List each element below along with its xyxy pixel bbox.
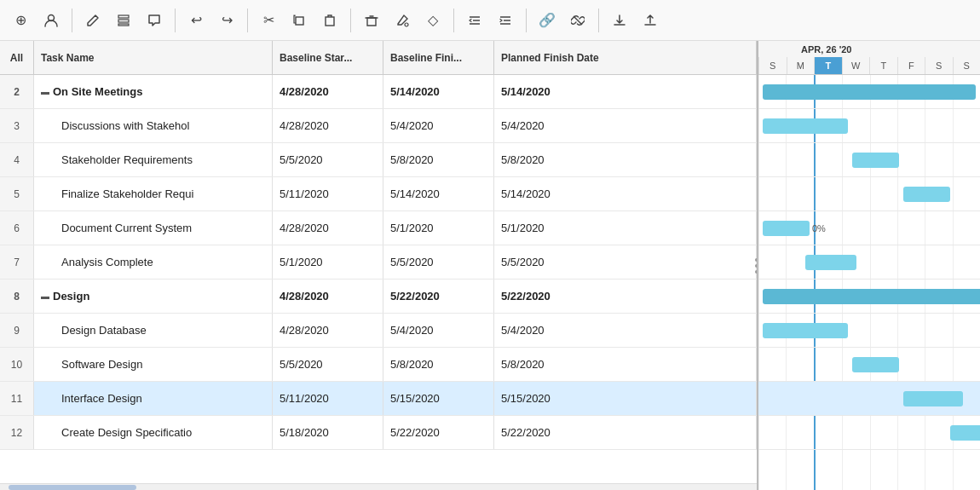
task-name-cell: Interface Design bbox=[34, 382, 273, 415]
baseline-start-cell: 5/1/2020 bbox=[273, 245, 383, 279]
gantt-day-cell: M bbox=[787, 57, 815, 74]
gantt-day-cell: S bbox=[953, 57, 981, 74]
grid-header: All Task Name Baseline Star... Baseline … bbox=[0, 41, 757, 75]
gantt-task-bar[interactable] bbox=[763, 221, 810, 236]
gantt-day-cell: F bbox=[897, 57, 925, 74]
baseline-start-cell: 5/11/2020 bbox=[273, 177, 383, 210]
undo-button[interactable]: ↩ bbox=[182, 7, 210, 34]
table-row[interactable]: 9Design Database4/28/20205/4/20205/4/202… bbox=[0, 314, 757, 348]
gantt-task-bar[interactable] bbox=[763, 118, 848, 134]
main-layout: All Task Name Baseline Star... Baseline … bbox=[0, 41, 980, 490]
gantt-group-bar[interactable] bbox=[763, 289, 980, 304]
diamond-button[interactable]: ◇ bbox=[419, 7, 447, 34]
table-row[interactable]: 6Document Current System4/28/20205/1/202… bbox=[0, 211, 757, 245]
baseline-start-cell: 5/18/2020 bbox=[273, 416, 383, 449]
plannedfinish-column-header[interactable]: Planned Finish Date bbox=[494, 41, 757, 74]
baseline-finish-cell: 5/14/2020 bbox=[383, 177, 494, 210]
baseline-start-cell: 5/5/2020 bbox=[273, 348, 383, 381]
gantt-task-bar[interactable] bbox=[903, 391, 963, 406]
gantt-group-bar[interactable] bbox=[763, 84, 976, 100]
gantt-task-bar[interactable] bbox=[805, 255, 856, 270]
comment-button[interactable] bbox=[141, 7, 168, 34]
svg-rect-4 bbox=[296, 17, 303, 25]
gantt-row: 0% bbox=[758, 211, 980, 245]
fill-button[interactable] bbox=[389, 7, 416, 34]
gantt-row bbox=[758, 416, 980, 450]
planned-finish-cell: 5/5/2020 bbox=[494, 245, 757, 279]
gantt-task-bar[interactable] bbox=[852, 153, 899, 168]
table-row[interactable]: 4Stakeholder Requirements5/5/20205/8/202… bbox=[0, 143, 757, 177]
delete-button[interactable] bbox=[358, 7, 385, 34]
table-row[interactable]: 2▬On Site Meetings4/28/20205/14/20205/14… bbox=[0, 75, 757, 109]
redo-button[interactable]: ↪ bbox=[213, 7, 240, 34]
copy-button[interactable] bbox=[285, 7, 313, 34]
gantt-row bbox=[758, 75, 980, 109]
unlink-icon bbox=[571, 14, 585, 27]
row-number: 4 bbox=[0, 143, 34, 176]
panel-resize-handle[interactable] bbox=[752, 258, 758, 274]
baseline-finish-cell: 5/8/2020 bbox=[383, 348, 494, 381]
gantt-days-row: SMTWTFSS bbox=[758, 57, 980, 74]
gantt-row bbox=[758, 109, 980, 143]
gantt-task-bar[interactable] bbox=[852, 357, 899, 372]
task-name-cell: ▬On Site Meetings bbox=[34, 75, 273, 108]
divider-5 bbox=[453, 9, 454, 32]
collapse-icon[interactable]: ▬ bbox=[41, 291, 49, 301]
row-number: 8 bbox=[0, 280, 34, 313]
gantt-task-bar[interactable] bbox=[903, 187, 950, 202]
baseline-finish-cell: 5/4/2020 bbox=[383, 314, 494, 347]
task-name-cell: Discussions with Stakehol bbox=[34, 109, 273, 142]
gantt-day-cell: T bbox=[814, 57, 842, 74]
list-button[interactable] bbox=[110, 7, 137, 34]
row-number: 10 bbox=[0, 348, 34, 381]
download-button[interactable] bbox=[606, 7, 633, 34]
baseline-start-cell: 4/28/2020 bbox=[273, 211, 383, 245]
row-number: 5 bbox=[0, 177, 34, 210]
planned-finish-cell: 5/22/2020 bbox=[494, 280, 757, 313]
user-button[interactable] bbox=[37, 7, 65, 34]
divider-2 bbox=[175, 9, 176, 32]
pencil-button[interactable] bbox=[79, 7, 107, 34]
task-name-cell: Create Design Specificatio bbox=[34, 416, 273, 449]
gantt-day-cell: S bbox=[925, 57, 953, 74]
basestart-column-header[interactable]: Baseline Star... bbox=[273, 41, 383, 74]
row-number: 7 bbox=[0, 245, 34, 279]
gantt-task-bar[interactable] bbox=[950, 425, 980, 441]
link-button[interactable]: 🔗 bbox=[533, 7, 561, 34]
table-row[interactable]: 3Discussions with Stakehol4/28/20205/4/2… bbox=[0, 109, 757, 143]
gantt-chart: APR, 26 '20 SMTWTFSS 0% bbox=[758, 41, 980, 490]
gantt-task-bar[interactable] bbox=[763, 323, 848, 338]
table-row[interactable]: 11Interface Design5/11/20205/15/20205/15… bbox=[0, 382, 757, 416]
table-row[interactable]: 7Analysis Complete5/1/20205/5/20205/5/20… bbox=[0, 245, 757, 280]
download-icon bbox=[613, 14, 626, 27]
add-button[interactable]: ⊕ bbox=[7, 7, 34, 34]
outdent-button[interactable] bbox=[461, 7, 488, 34]
task-name-cell: Stakeholder Requirements bbox=[34, 143, 273, 176]
cut-button[interactable]: ✂ bbox=[255, 7, 282, 34]
task-name-cell: Finalize Stakeholder Requi bbox=[34, 177, 273, 210]
delete-icon bbox=[365, 14, 378, 27]
row-number: 3 bbox=[0, 109, 34, 142]
pencil-icon bbox=[86, 14, 100, 27]
paste-button[interactable] bbox=[316, 7, 343, 34]
collapse-icon[interactable]: ▬ bbox=[41, 87, 49, 96]
svg-rect-5 bbox=[326, 17, 334, 26]
all-column-header[interactable]: All bbox=[0, 41, 34, 74]
scroll-thumb[interactable] bbox=[9, 485, 136, 490]
divider-3 bbox=[247, 9, 248, 32]
unlink-button[interactable] bbox=[564, 7, 591, 34]
row-number: 12 bbox=[0, 416, 34, 449]
table-row[interactable]: 10Software Design5/5/20205/8/20205/8/202… bbox=[0, 348, 757, 382]
table-row[interactable]: 5Finalize Stakeholder Requi5/11/20205/14… bbox=[0, 177, 757, 211]
table-row[interactable]: 8▬Design4/28/20205/22/20205/22/2020 bbox=[0, 280, 757, 314]
taskname-column-header[interactable]: Task Name bbox=[34, 41, 273, 74]
gantt-row bbox=[758, 314, 980, 348]
table-row[interactable]: 12Create Design Specificatio5/18/20205/2… bbox=[0, 416, 757, 450]
basefinish-column-header[interactable]: Baseline Fini... bbox=[383, 41, 494, 74]
indent-icon bbox=[499, 14, 512, 27]
horizontal-scrollbar[interactable] bbox=[0, 483, 757, 490]
upload-button[interactable] bbox=[637, 7, 664, 34]
indent-button[interactable] bbox=[492, 7, 519, 34]
baseline-start-cell: 5/11/2020 bbox=[273, 382, 383, 415]
planned-finish-cell: 5/14/2020 bbox=[494, 75, 757, 108]
